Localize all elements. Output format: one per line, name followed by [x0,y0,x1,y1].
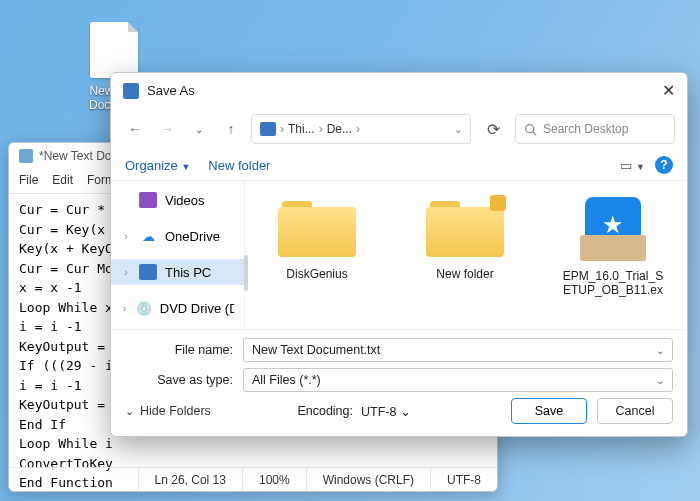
close-icon[interactable]: ✕ [662,81,675,100]
pc-icon [260,122,276,136]
dialog-footer: File name: New Text Document.txt ⌄ Save … [111,329,687,436]
sidebar-item-label: This PC [165,265,211,280]
item-label: New folder [411,267,519,281]
svg-point-0 [526,124,534,132]
save-button[interactable]: Save [511,398,587,424]
forward-button[interactable]: → [155,117,179,141]
dialog-toolbar: Organize ▼ New folder ▭ ▼ ? [111,150,687,181]
dialog-titlebar[interactable]: Save As ✕ [111,73,687,108]
chevron-down-icon: ⌄ [125,405,134,418]
sidebar-resize-handle[interactable] [244,255,248,291]
notepad-statusbar: Ln 26, Col 13 100% Windows (CRLF) UTF-8 [9,467,497,491]
folder-diskgenius[interactable]: DiskGenius [263,197,371,313]
folder-icon [426,197,504,257]
video-icon [139,192,157,208]
filename-label: File name: [125,343,233,357]
lock-icon [490,195,506,211]
dialog-navbar: ← → ⌄ ↑ › Thi... › De... › ⌄ ⟳ Search De… [111,108,687,150]
organize-menu[interactable]: Organize ▼ [125,158,190,173]
encoding-label: Encoding: [297,404,353,418]
chevron-right-icon: › [319,122,323,136]
folder-new-folder[interactable]: New folder [411,197,519,313]
folder-icon [278,197,356,257]
search-icon [524,123,537,136]
sidebar-item-dvd[interactable]: › 💿 DVD Drive (D:) CC [111,295,244,321]
breadcrumb[interactable]: › Thi... › De... › ⌄ [251,114,471,144]
view-options-button[interactable]: ▭ ▼ [620,158,645,173]
cancel-button[interactable]: Cancel [597,398,673,424]
document-icon [90,22,138,78]
search-input[interactable]: Search Desktop [515,114,675,144]
breadcrumb-dropdown-icon[interactable]: ⌄ [454,124,462,135]
savetype-value: All Files (*.*) [252,373,321,387]
sidebar-item-videos[interactable]: Videos [111,187,244,213]
chevron-right-icon: › [356,122,360,136]
status-zoom: 100% [242,468,306,491]
chevron-down-icon[interactable]: ⌄ [187,117,211,141]
savetype-field[interactable]: All Files (*.*) ⌄ [243,368,673,392]
expand-icon[interactable]: › [121,267,131,278]
expand-icon[interactable]: › [121,231,131,242]
menu-edit[interactable]: Edit [52,173,73,187]
up-button[interactable]: ↑ [219,117,243,141]
encoding-field[interactable]: UTF-8 ⌄ [361,404,501,419]
chevron-right-icon: › [280,122,284,136]
chevron-down-icon[interactable]: ⌄ [400,405,411,419]
sidebar-item-label: OneDrive [165,229,220,244]
status-encoding: UTF-8 [430,468,497,491]
breadcrumb-item[interactable]: Thi... [288,122,315,136]
sidebar-item-label: DVD Drive (D:) CC [160,301,234,316]
notepad-icon [19,149,33,163]
menu-file[interactable]: File [19,173,38,187]
sidebar-item-this-pc[interactable]: › This PC [111,259,244,285]
file-pane[interactable]: DiskGenius New folder ★ EPM_16.0_Trial_S… [245,181,687,329]
pc-icon [139,264,157,280]
item-label: EPM_16.0_Trial_SETUP_OB_B11.ex [559,269,667,297]
dialog-title: Save As [147,83,195,98]
search-placeholder: Search Desktop [543,122,628,136]
disc-icon: 💿 [136,300,152,316]
back-button[interactable]: ← [123,117,147,141]
installer-icon: ★ [574,197,652,261]
expand-icon[interactable]: › [121,303,128,314]
savetype-label: Save as type: [125,373,233,387]
encoding-value: UTF-8 [361,405,396,419]
refresh-button[interactable]: ⟳ [479,115,507,143]
file-epm-installer[interactable]: ★ EPM_16.0_Trial_SETUP_OB_B11.ex [559,197,667,313]
filename-field[interactable]: New Text Document.txt ⌄ [243,338,673,362]
status-eol: Windows (CRLF) [306,468,430,491]
notepad-title: *New Text Doc [39,149,117,163]
status-position: Ln 26, Col 13 [138,468,242,491]
sidebar-item-label: Videos [165,193,205,208]
filename-value: New Text Document.txt [252,343,380,357]
help-icon[interactable]: ? [655,156,673,174]
new-folder-button[interactable]: New folder [208,158,270,173]
chevron-down-icon[interactable]: ⌄ [656,375,664,386]
item-label: DiskGenius [263,267,371,281]
save-as-dialog: Save As ✕ ← → ⌄ ↑ › Thi... › De... › ⌄ ⟳… [110,72,688,437]
hide-folders-toggle[interactable]: ⌄ Hide Folders [125,404,211,418]
chevron-down-icon[interactable]: ⌄ [656,345,664,356]
cloud-icon: ☁ [139,228,157,244]
sidebar: Videos › ☁ OneDrive › This PC › 💿 DVD Dr… [111,181,245,329]
svg-line-1 [533,131,536,134]
save-icon [123,83,139,99]
sidebar-item-onedrive[interactable]: › ☁ OneDrive [111,223,244,249]
breadcrumb-item[interactable]: De... [327,122,352,136]
